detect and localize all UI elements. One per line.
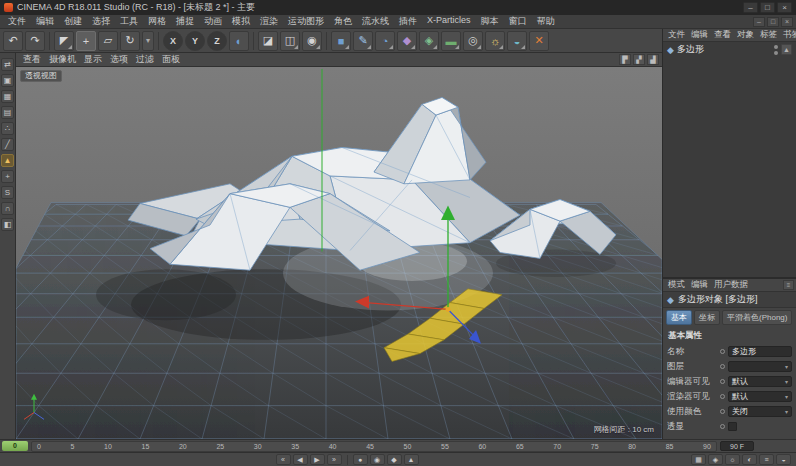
- doc-close-button[interactable]: ×: [781, 17, 793, 27]
- doc-restore-button[interactable]: □: [767, 17, 779, 27]
- layer-dropdown[interactable]: ▾: [728, 361, 792, 372]
- record-position-toggle[interactable]: ◆: [387, 454, 402, 465]
- go-to-end-button[interactable]: »: [327, 454, 342, 465]
- menu-item[interactable]: 角色: [329, 15, 357, 28]
- scale-tool[interactable]: ▱: [98, 31, 118, 51]
- undo-button[interactable]: ↶: [3, 31, 23, 51]
- viewport-menu-item[interactable]: 查看: [19, 53, 45, 66]
- viewport-quad-icon[interactable]: ▞: [633, 54, 645, 65]
- menu-item[interactable]: 脚本: [476, 15, 504, 28]
- menu-item[interactable]: 窗口: [504, 15, 532, 28]
- editor-visibility-dot[interactable]: [774, 45, 778, 49]
- editor-visibility-dropdown[interactable]: 默认▾: [728, 376, 792, 387]
- menu-item[interactable]: 工具: [115, 15, 143, 28]
- menu-item[interactable]: 捕捉: [171, 15, 199, 28]
- previous-frame-button[interactable]: ◀: [293, 454, 308, 465]
- object-name[interactable]: 多边形: [677, 43, 704, 56]
- polygons-mode-button[interactable]: ▲: [1, 154, 14, 167]
- edges-mode-button[interactable]: ╱: [1, 138, 14, 151]
- menu-item[interactable]: X-Particles: [422, 15, 476, 28]
- menu-item[interactable]: 文件: [3, 15, 31, 28]
- viewport-menu-item[interactable]: 面板: [158, 53, 184, 66]
- tab-phong[interactable]: 平滑着色(Phong): [722, 310, 792, 325]
- minimize-button[interactable]: –: [743, 2, 758, 13]
- xray-checkbox[interactable]: [728, 422, 737, 431]
- tab-coordinates[interactable]: 坐标: [694, 310, 720, 325]
- menu-item[interactable]: 创建: [59, 15, 87, 28]
- deformer-button[interactable]: ◆: [397, 31, 417, 51]
- panel-menu-icon[interactable]: ≡: [783, 280, 794, 290]
- interactive-render-icon[interactable]: ◐: [742, 454, 757, 465]
- model-mode-button[interactable]: ▣: [1, 74, 14, 87]
- mograph-cache-icon[interactable]: ◈: [708, 454, 723, 465]
- menu-item[interactable]: 模拟: [227, 15, 255, 28]
- timeline-playhead[interactable]: 0: [2, 441, 28, 451]
- go-to-start-button[interactable]: «: [276, 454, 291, 465]
- viewport-canvas[interactable]: 透视视图 网格间距 : 10 cm: [16, 67, 662, 439]
- menu-item[interactable]: 选择: [87, 15, 115, 28]
- render-queue-icon[interactable]: ▦: [691, 454, 706, 465]
- last-tool-dropdown[interactable]: ▾: [142, 31, 154, 51]
- render-settings-button[interactable]: ◉: [302, 31, 322, 51]
- close-button[interactable]: ×: [777, 2, 792, 13]
- render-picture-viewer-button[interactable]: ◫: [280, 31, 300, 51]
- workplane-mode-button[interactable]: ▤: [1, 106, 14, 119]
- render-view-button[interactable]: ◪: [258, 31, 278, 51]
- redo-button[interactable]: ↷: [25, 31, 45, 51]
- camera-button[interactable]: ◎: [463, 31, 483, 51]
- coordinate-system-button[interactable]: ◐: [229, 31, 249, 51]
- cube-primitive-button[interactable]: ■: [331, 31, 351, 51]
- renderer-visibility-dropdown[interactable]: 默认▾: [728, 391, 792, 402]
- viewport-solo-button[interactable]: S: [1, 186, 14, 199]
- end-frame-input[interactable]: 90 F: [720, 441, 754, 451]
- subdivision-surface-button[interactable]: ◔: [375, 31, 395, 51]
- object-manager-menu-item[interactable]: 文件: [665, 29, 688, 41]
- name-input[interactable]: 多边形: [728, 346, 792, 357]
- menu-item[interactable]: 运动图形: [283, 15, 329, 28]
- viewport-menu-item[interactable]: 摄像机: [45, 53, 80, 66]
- timeline-ruler[interactable]: 051015202530354045505560657075808590: [31, 441, 717, 452]
- object-manager-menu-item[interactable]: 查看: [711, 29, 734, 41]
- use-color-dropdown[interactable]: 关闭▾: [728, 406, 792, 417]
- make-editable-button[interactable]: ⇄: [1, 58, 14, 71]
- texture-mode-button[interactable]: ▦: [1, 90, 14, 103]
- live-selection-tool[interactable]: ◤: [54, 31, 74, 51]
- enable-axis-button[interactable]: +: [1, 170, 14, 183]
- light-button[interactable]: ☼: [485, 31, 505, 51]
- viewport-menu-item[interactable]: 过滤: [132, 53, 158, 66]
- autokey-button[interactable]: ◉: [370, 454, 385, 465]
- menu-item[interactable]: 渲染: [255, 15, 283, 28]
- menu-item[interactable]: 动画: [199, 15, 227, 28]
- object-manager-menu-item[interactable]: 编辑: [688, 29, 711, 41]
- object-manager-menu-item[interactable]: 对象: [734, 29, 757, 41]
- object-manager-menu-item[interactable]: 标签: [757, 29, 780, 41]
- menu-item[interactable]: 插件: [394, 15, 422, 28]
- menu-item[interactable]: 流水线: [357, 15, 394, 28]
- object-manager-menu-item[interactable]: 书签: [780, 29, 796, 41]
- attribute-manager-menu-item[interactable]: 用户数据: [711, 279, 751, 291]
- rotate-tool[interactable]: ↻: [120, 31, 140, 51]
- object-tag-icon[interactable]: ▲: [781, 44, 792, 55]
- viewport-swap-icon[interactable]: ▟: [647, 54, 659, 65]
- visibility-toggles[interactable]: [774, 45, 778, 55]
- record-rotation-toggle[interactable]: ▲: [404, 454, 419, 465]
- enable-snap-button[interactable]: ∩: [1, 202, 14, 215]
- z-axis-lock-button[interactable]: Z: [207, 31, 227, 51]
- mograph-button[interactable]: ◈: [419, 31, 439, 51]
- maximize-button[interactable]: □: [760, 2, 775, 13]
- render-visibility-dot[interactable]: [774, 51, 778, 55]
- viewport-menu-item[interactable]: 选项: [106, 53, 132, 66]
- lock-workplane-button[interactable]: ◧: [1, 218, 14, 231]
- menu-item[interactable]: 帮助: [532, 15, 560, 28]
- sky-button[interactable]: ◒: [507, 31, 527, 51]
- attribute-manager-menu-item[interactable]: 模式: [665, 279, 688, 291]
- viewport-menu-item[interactable]: 显示: [80, 53, 106, 66]
- move-tool[interactable]: +: [76, 31, 96, 51]
- layer-manager-icon[interactable]: ≡: [759, 454, 774, 465]
- xparticles-button[interactable]: ✕: [529, 31, 549, 51]
- environment-icon[interactable]: ◒: [776, 454, 791, 465]
- tab-basic[interactable]: 基本: [666, 310, 692, 325]
- record-keyframe-button[interactable]: ●: [353, 454, 368, 465]
- floor-button[interactable]: ▬: [441, 31, 461, 51]
- pen-spline-button[interactable]: ✎: [353, 31, 373, 51]
